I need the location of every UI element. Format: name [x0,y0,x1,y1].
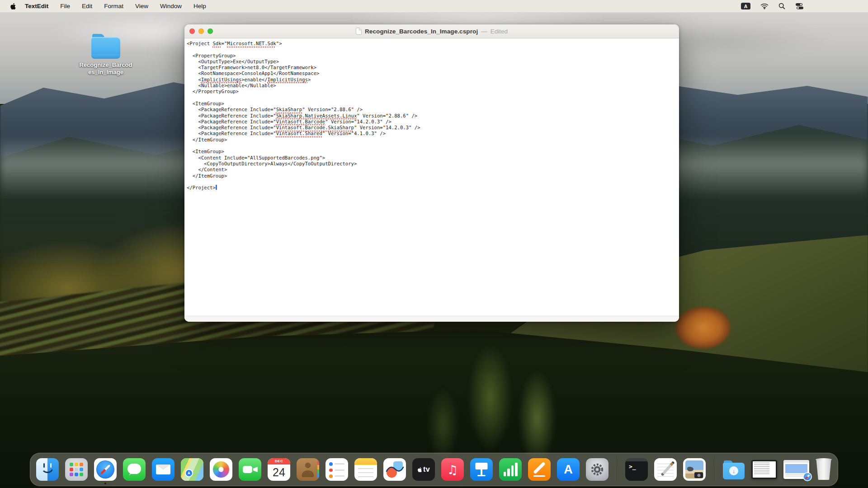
active-app-menu[interactable]: TextEdit [25,3,48,9]
menu-bar: TextEdit File Edit Format View Window He… [0,0,868,13]
dock-notes[interactable] [354,458,377,481]
folder-label: Recognize_Barcod es_In_Image [79,61,132,75]
person-icon [305,462,311,468]
dock-mail[interactable] [152,458,175,481]
menu-file[interactable]: File [60,3,70,9]
squiggle-icon [385,465,404,474]
dock-minimized-terminal-window[interactable] [751,460,777,479]
code-line: <PackageReference Include="SkiaSharp" Ve… [187,107,679,113]
dock-image-capture[interactable] [683,458,706,481]
code-line: <ItemGroup> [187,101,679,107]
title-separator: — [481,28,487,35]
dock-pages[interactable] [528,458,551,481]
video-camera-icon [243,466,252,473]
text-cursor [216,185,217,190]
dock-trash[interactable] [816,459,832,480]
menu-window[interactable]: Window [160,3,182,9]
dock-freeform[interactable] [383,458,406,481]
code-line [187,143,679,149]
dock-safari[interactable] [94,458,117,481]
menu-view[interactable]: View [135,3,148,9]
code-line [187,179,679,185]
dock-keynote[interactable] [470,458,493,481]
code-line: <Content Include="AllSupportedBarcodes.p… [187,155,679,161]
minimize-button[interactable] [198,28,204,34]
code-line: <PropertyGroup> [187,53,679,59]
calendar-month: DEC [268,458,290,465]
app-store-a-icon: A [564,463,573,477]
code-line: </PropertyGroup> [187,89,679,94]
terminal-prompt-icon: >_ [629,463,648,470]
window-bottom-bar [184,316,679,322]
code-line: <ImplicitUsings>enable</ImplicitUsings> [187,77,679,83]
code-line: <Nullable>enable</Nullable> [187,83,679,89]
dock-minimized-safari-window[interactable] [783,460,809,479]
dock-reminders[interactable] [326,458,348,481]
control-center-icon[interactable] [795,3,804,9]
tv-label: tv [423,465,430,474]
code-line: </Content> [187,167,679,173]
dock-textedit[interactable] [654,458,677,481]
dock-divider [617,457,617,482]
dock-maps[interactable] [181,458,203,481]
download-arrow-icon: ↓ [729,466,738,475]
code-line [187,95,679,101]
dock-app-store[interactable]: A [557,458,580,481]
document-proxy-icon[interactable] [356,28,362,35]
dock-music[interactable]: ♫ [441,458,464,481]
dock-downloads-folder[interactable]: ↓ [722,458,745,481]
color-pinwheel-icon [213,461,229,478]
gear-icon [590,462,604,477]
code-line: </Project> [187,185,679,191]
pen-icon [533,462,546,474]
apple-icon [417,467,422,473]
code-line: <PackageReference Include="Vintasoft.Bar… [187,125,679,131]
dock-terminal[interactable]: >_ [625,458,648,481]
dock: DEC 24 tv ♫ [30,453,838,486]
safari-badge-icon [803,472,812,481]
music-note-icon: ♫ [447,463,458,477]
desktop: TextEdit File Edit Format View Window He… [0,0,868,488]
dock-finder[interactable] [36,458,59,481]
menu-format[interactable]: Format [104,3,123,9]
dock-photos[interactable] [210,458,232,481]
dock-facetime[interactable] [239,458,261,481]
wifi-icon[interactable] [760,3,769,9]
code-line: <CopyToOutputDirectory>Always</CopyToOut… [187,161,679,167]
dock-apple-tv[interactable]: tv [412,458,435,481]
traffic-lights [189,24,213,38]
code-line: <RootNamespace>ConsoleApp1</RootNamespac… [187,70,679,76]
dock-calendar[interactable]: DEC 24 [268,458,290,481]
code-line: <OutputType>Exe</OutputType> [187,59,679,65]
window-title: Recognize_Barcodes_In_Image.csproj [365,28,478,35]
code-line: </ItemGroup> [187,137,679,143]
window-titlebar[interactable]: Recognize_Barcodes_In_Image.csproj — Edi… [184,24,679,38]
menu-help[interactable]: Help [193,3,206,9]
dock-launchpad[interactable] [65,458,88,481]
menu-edit[interactable]: Edit [82,3,92,9]
spotlight-search-icon[interactable] [778,3,785,9]
input-source-icon[interactable]: A [741,3,750,9]
dock-divider [714,457,714,482]
navigation-arrow-icon [185,469,193,477]
dock-messages[interactable] [123,458,146,481]
edited-badge: Edited [491,28,508,35]
code-line: </ItemGroup> [187,173,679,179]
editor-text[interactable]: <Project Sdk="Microsoft.NET.Sdk"> <Prope… [184,39,679,316]
speech-bubble-icon [127,464,141,474]
menu-bar-status-area: A [741,3,804,9]
dock-system-settings[interactable] [586,458,609,481]
apple-icon [10,3,16,10]
dock-numbers[interactable] [499,458,522,481]
desktop-folder-recognize-barcodes[interactable]: Recognize_Barcod es_In_Image [67,33,145,75]
window-title-group: Recognize_Barcodes_In_Image.csproj — Edi… [212,24,652,38]
folder-icon[interactable] [91,37,120,59]
apple-menu[interactable] [10,3,16,10]
dock-contacts[interactable] [297,458,319,481]
lectern-icon [476,463,488,469]
code-line: <TargetFramework>net8.0</TargetFramework… [187,65,679,70]
close-button[interactable] [189,28,195,34]
calendar-day: 24 [268,465,290,480]
code-line: <ItemGroup> [187,149,679,155]
code-line: <PackageReference Include="Vintasoft.Bar… [187,119,679,125]
